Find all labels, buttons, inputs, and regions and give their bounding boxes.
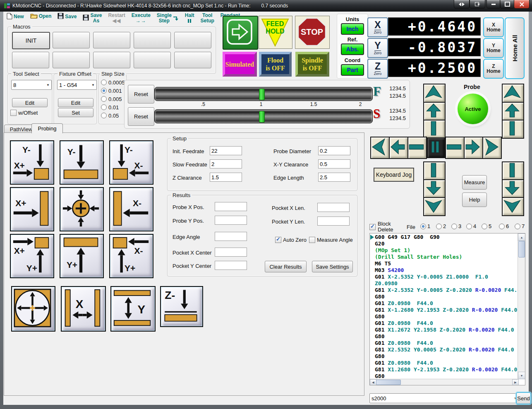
- jog-z-down-fast[interactable]: [502, 197, 524, 216]
- probe-pocket-x-button[interactable]: X: [61, 286, 106, 332]
- jog-z-down-medium[interactable]: [502, 179, 524, 198]
- jog-y-up-fast[interactable]: [423, 84, 446, 103]
- pocket-x-center-input[interactable]: [215, 248, 247, 257]
- vertical-scroll-thumb[interactable]: [518, 241, 525, 257]
- z-clearance-input[interactable]: [210, 173, 242, 182]
- jog-y-up-step[interactable]: [423, 120, 446, 139]
- probe-corner-yminus-xminus-button[interactable]: Y-X-: [109, 140, 153, 185]
- jog-y-down-medium[interactable]: [423, 179, 446, 198]
- jog-x-right-step[interactable]: [445, 137, 465, 159]
- toolbar-tool-setup-button[interactable]: Tool Setup: [201, 13, 214, 24]
- probe-corner-yminus-xplus-button[interactable]: Y-X+: [10, 140, 54, 185]
- spindle-override-slider[interactable]: [154, 109, 373, 123]
- slow-feedrate-input[interactable]: [210, 159, 242, 168]
- fixture-set-button[interactable]: Set: [58, 108, 93, 117]
- send-button[interactable]: Send: [516, 392, 531, 404]
- spindle-reset-button[interactable]: Reset: [128, 107, 154, 126]
- auto-zero-checkbox[interactable]: Auto Zero: [275, 237, 307, 243]
- horizontal-scroll-thumb[interactable]: [376, 380, 401, 385]
- measure-button[interactable]: Measure: [462, 175, 487, 190]
- spindle-toggle-button[interactable]: Spindle is OFF: [295, 52, 329, 77]
- detach-window-button[interactable]: [470, 0, 485, 9]
- radio-file-4[interactable]: [466, 224, 472, 229]
- tool-select-dropdown[interactable]: 8▼: [11, 80, 52, 90]
- toolbar-restart-button[interactable]: Restart◀◀: [108, 13, 125, 23]
- simulated-toggle-button[interactable]: Simulated: [223, 52, 257, 77]
- measure-angle-checkbox[interactable]: Measure Angle: [309, 237, 353, 243]
- file-radio-2[interactable]: 2: [436, 223, 446, 229]
- macro-button-10[interactable]: [174, 52, 211, 68]
- probe-bore-center-button[interactable]: [11, 286, 55, 332]
- jog-x-right-medium[interactable]: [464, 137, 483, 159]
- macro-button-4[interactable]: [134, 32, 171, 48]
- z-home-button[interactable]: ZHome: [483, 59, 504, 79]
- probe-corner-xplus-yplus-button[interactable]: X+Y+: [10, 234, 54, 278]
- probe-x-pos-input[interactable]: [215, 202, 247, 211]
- scroll-up-button[interactable]: ▲: [518, 233, 525, 241]
- file-radio-1[interactable]: 1: [420, 223, 430, 229]
- probe-corner-xminus-yplus-button[interactable]: X-Y+: [109, 234, 153, 278]
- jog-x-left-fast[interactable]: [370, 137, 390, 159]
- w-offset-checkbox[interactable]: w/Offset: [10, 110, 38, 116]
- jog-x-left-step[interactable]: [407, 137, 427, 159]
- probe-pocket-y-button[interactable]: Y: [110, 286, 156, 332]
- gcode-vertical-scrollbar[interactable]: ▲ ▼: [518, 233, 525, 379]
- jog-pause-button[interactable]: [427, 137, 445, 158]
- step-size-option-0.005[interactable]: 0.005: [101, 95, 125, 103]
- file-radio-3[interactable]: 3: [451, 223, 461, 229]
- radio-0.01[interactable]: [101, 104, 107, 110]
- jog-z-up-medium[interactable]: [502, 102, 524, 121]
- block-delete-checkbox[interactable]: BlockDelete: [369, 221, 393, 233]
- fixture-edit-button[interactable]: Edit: [58, 98, 93, 107]
- jog-y-down-fast[interactable]: [423, 197, 446, 216]
- macro-button-9[interactable]: [134, 52, 171, 68]
- cycle-start-button[interactable]: [223, 16, 258, 50]
- feed-reset-button[interactable]: Reset: [128, 85, 154, 103]
- pocket-y-center-input[interactable]: [215, 261, 247, 270]
- probe-edge-yplus-button[interactable]: Y+: [60, 234, 104, 278]
- probe-diameter-input[interactable]: [318, 146, 350, 155]
- clear-results-button[interactable]: Clear Results: [265, 261, 307, 272]
- macro-button-3[interactable]: [93, 32, 130, 48]
- y-home-button[interactable]: YHome: [483, 38, 504, 58]
- home-all-button[interactable]: Home All: [505, 17, 525, 79]
- fixture-offset-dropdown[interactable]: 1 - G54▼: [57, 80, 97, 90]
- macro-button-8[interactable]: [93, 52, 130, 68]
- radio-file-7[interactable]: [515, 224, 520, 229]
- radio-file-1[interactable]: [420, 224, 426, 229]
- toolbar-save-as-button[interactable]: Save As: [83, 13, 102, 24]
- toolbar-execute-button[interactable]: Execute→→: [132, 13, 151, 23]
- macro-button-1-init[interactable]: INIT: [12, 32, 50, 49]
- macro-button-7[interactable]: [53, 52, 90, 68]
- edge-angle-input[interactable]: [215, 232, 247, 241]
- file-radio-6[interactable]: 6: [499, 223, 509, 229]
- macro-button-6[interactable]: [12, 52, 49, 68]
- feed-override-slider[interactable]: [154, 87, 373, 101]
- radio-0.001[interactable]: [101, 88, 107, 94]
- ref-toggle-button[interactable]: Abs.: [341, 43, 364, 55]
- z-zero-button[interactable]: ZZero: [367, 59, 388, 79]
- scroll-left-button[interactable]: ◀: [370, 379, 376, 385]
- minimize-button[interactable]: [486, 0, 501, 9]
- panel-toggle-button[interactable]: [454, 0, 470, 9]
- feed-hold-button[interactable]: FEED HOLD: [259, 16, 292, 49]
- jog-y-down-step[interactable]: [423, 161, 446, 180]
- radio-0.0005[interactable]: [101, 79, 107, 85]
- macro-button-5[interactable]: [174, 32, 211, 48]
- probe-center-find-button[interactable]: [60, 187, 104, 231]
- pocket-x-len-input[interactable]: [317, 203, 350, 212]
- scroll-right-button[interactable]: ▶: [512, 379, 519, 385]
- probe-z-minus-button[interactable]: Z-: [160, 286, 203, 327]
- gcode-horizontal-scrollbar[interactable]: ◀ ▶: [370, 379, 519, 385]
- save-settings-button[interactable]: Save Settings: [312, 261, 353, 272]
- jog-y-up-medium[interactable]: [423, 102, 446, 121]
- x-zero-button[interactable]: XZero: [367, 17, 388, 37]
- toolbar-open-button[interactable]: Open: [30, 13, 52, 20]
- step-size-option-0.0005[interactable]: 0.0005: [101, 78, 125, 87]
- maximize-button[interactable]: [500, 0, 515, 9]
- toolbar-halt-button[interactable]: Halt: [185, 13, 194, 23]
- tab-probing[interactable]: Probing: [31, 123, 63, 133]
- x-home-button[interactable]: XHome: [483, 17, 504, 37]
- units-toggle-button[interactable]: Inch: [341, 23, 364, 35]
- keyboard-jog-button[interactable]: Keyboard Jog: [374, 168, 414, 182]
